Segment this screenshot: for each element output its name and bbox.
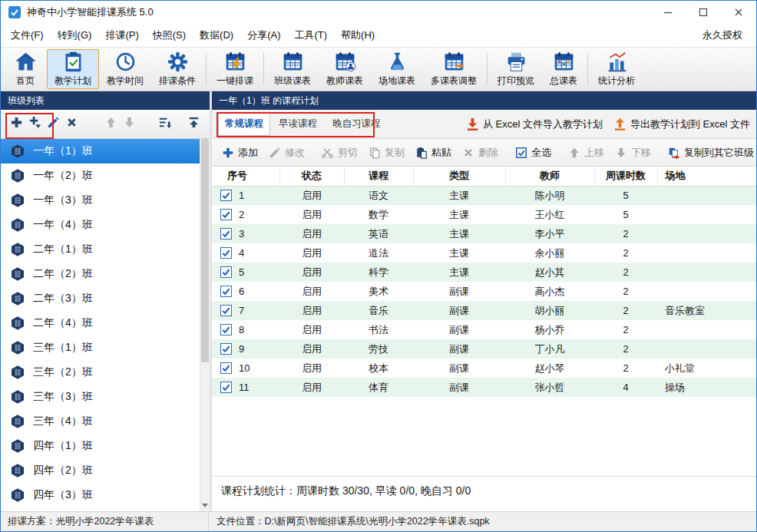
export-excel-button[interactable]: 导出教学计划到 Excel 文件 — [613, 117, 750, 131]
toolbar-teach-plan-button[interactable]: 教学计划 — [47, 49, 99, 89]
table-row[interactable]: 3启用英语主课李小平2 — [212, 224, 756, 243]
class-list-item[interactable]: 四年（2）班 — [1, 458, 200, 483]
tab-course-2[interactable]: 早读课程 — [272, 112, 324, 136]
menu-item-2[interactable]: 转到(G) — [51, 24, 99, 47]
row-checkbox[interactable] — [220, 209, 232, 220]
table-row[interactable]: 8启用书法副课杨小乔2 — [212, 320, 756, 339]
menu-item-3[interactable]: 排课(P) — [98, 24, 145, 47]
scrollbar-thumb[interactable] — [201, 139, 209, 362]
add-class-button[interactable] — [7, 114, 25, 135]
import-excel-button[interactable]: 从 Excel 文件导入教学计划 — [466, 117, 603, 131]
row-checkbox[interactable] — [220, 343, 232, 355]
cell-hours: 4 — [594, 378, 657, 397]
toolbar-teacher-table-button[interactable]: 教师课表 — [319, 49, 371, 89]
toolbar-multi-adjust-button[interactable]: 多课表调整 — [423, 49, 484, 89]
table-row[interactable]: 1启用语文主课陈小明5 — [212, 186, 756, 205]
row-checkbox[interactable] — [220, 324, 232, 335]
class-list-item[interactable]: 四年（1）班 — [1, 434, 200, 458]
table-row[interactable]: 7启用音乐副课胡小丽2音乐教室 — [212, 301, 756, 320]
menu-item-8[interactable]: 帮助(H) — [334, 24, 382, 47]
class-badge-icon — [10, 217, 25, 233]
maximize-button[interactable] — [686, 1, 721, 24]
copy-to-classes-button[interactable]: 复制到其它班级 — [663, 142, 757, 164]
class-list-item[interactable]: 一年（1）班 — [1, 139, 200, 164]
edit-class-button[interactable] — [45, 114, 63, 135]
select-all-button[interactable]: 全选 — [510, 142, 557, 164]
row-checkbox[interactable] — [220, 305, 232, 316]
toolbar-auto-schedule-button[interactable]: 一键排课 — [209, 49, 261, 89]
row-checkbox[interactable] — [220, 247, 232, 259]
add-class-batch-button[interactable] — [25, 114, 44, 135]
move-class-top-button[interactable] — [185, 114, 203, 135]
table-row[interactable]: 2启用数学主课王小红5 — [212, 205, 756, 224]
toolbar-stats-button[interactable]: 统计分析 — [590, 49, 643, 89]
scrollbar-down-arrow[interactable] — [200, 500, 210, 511]
class-list-item[interactable]: 三年（4）班 — [1, 409, 200, 434]
class-list-item[interactable]: 四年（3）班 — [1, 483, 200, 507]
pencil-icon — [269, 147, 281, 159]
row-checkbox[interactable] — [220, 382, 232, 393]
class-list-item[interactable]: 二年（4）班 — [1, 311, 200, 335]
pencil-icon — [47, 116, 60, 132]
menu-item-4[interactable]: 快照(S) — [146, 24, 193, 47]
sort-classes-button[interactable] — [156, 114, 174, 135]
row-checkbox[interactable] — [220, 286, 232, 297]
toolbar-conditions-button[interactable]: 排课条件 — [151, 49, 203, 89]
class-list-scrollbar[interactable] — [200, 139, 210, 511]
menu-item-6[interactable]: 分享(A) — [240, 24, 287, 47]
class-list-item[interactable]: 二年（1）班 — [1, 237, 200, 262]
toolbar-print-preview-button[interactable]: 打印预览 — [490, 49, 542, 89]
class-list-item[interactable]: 一年（2）班 — [1, 164, 200, 188]
tab-course-3[interactable]: 晚自习课程 — [326, 112, 388, 136]
tab-course-1[interactable]: 常规课程 — [218, 112, 270, 136]
cell-type: 副课 — [413, 301, 505, 320]
row-checkbox[interactable] — [220, 362, 232, 374]
class-list-item[interactable]: 三年（3）班 — [1, 385, 200, 409]
toolbar-total-table-button[interactable]: 总课表 — [542, 49, 585, 89]
column-header-1: 状态 — [279, 167, 344, 186]
toolbar-class-table-button[interactable]: 班级课表 — [266, 49, 319, 89]
class-list-item[interactable]: 二年（2）班 — [1, 262, 200, 286]
window-title: 神奇中小学智能排课系统 5.0 — [27, 5, 154, 19]
class-list-item[interactable]: 一年（3）班 — [1, 188, 200, 213]
minimize-button[interactable] — [650, 1, 686, 24]
paste-icon — [415, 147, 428, 159]
course-tab-row: 常规课程早读课程晚自习课程 从 Excel 文件导入教学计划 导出教学计划到 E… — [212, 110, 756, 139]
table-row[interactable]: 6启用美术副课高小杰2 — [212, 282, 756, 301]
teacher-table-icon — [334, 51, 356, 73]
toolbar-separator — [487, 53, 488, 85]
class-badge-icon — [10, 266, 25, 282]
table-row[interactable]: 10启用校本副课赵小琴2小礼堂 — [212, 359, 756, 378]
table-row[interactable]: 4启用道法主课余小丽2 — [212, 243, 756, 263]
class-list-item[interactable]: 三年（2）班 — [1, 360, 200, 385]
add-course-button[interactable]: 添加 — [217, 142, 263, 164]
toolbar-teach-time-button[interactable]: 教学时间 — [99, 49, 151, 89]
delete-class-button[interactable] — [63, 114, 81, 135]
paste-button[interactable]: 粘贴 — [410, 142, 457, 164]
class-list-item[interactable]: 二年（3）班 — [1, 286, 200, 311]
menu-item-1[interactable]: 文件(F) — [4, 24, 51, 47]
menu-item-5[interactable]: 数据(D) — [193, 24, 240, 47]
toolbar-home-button[interactable]: 首页 — [4, 49, 47, 89]
column-header-2: 课程 — [344, 167, 413, 186]
menu-item-7[interactable]: 工具(T) — [287, 24, 334, 47]
column-header-4: 教师 — [505, 167, 594, 186]
cell-status: 启用 — [279, 378, 344, 397]
table-row[interactable]: 11启用体育副课张小哲4操场 — [212, 378, 756, 397]
plus-icon — [222, 147, 234, 159]
table-row[interactable]: 5启用科学主课赵小其2 — [212, 263, 756, 282]
close-button[interactable] — [721, 1, 756, 24]
cell-type: 主课 — [413, 263, 505, 282]
cell-type: 副课 — [413, 359, 505, 378]
class-list-item[interactable]: 三年（1）班 — [1, 335, 200, 360]
toolbar-venue-table-button[interactable]: 场地课表 — [371, 49, 423, 89]
cell-number: 7 — [212, 301, 279, 320]
action-label: 上移 — [584, 146, 604, 160]
row-checkbox[interactable] — [220, 266, 232, 278]
class-list-item[interactable]: 一年（4）班 — [1, 213, 200, 237]
row-checkbox[interactable] — [220, 228, 232, 240]
move-up-button: 上移 — [563, 142, 610, 164]
table-row[interactable]: 9启用劳技副课丁小凡2 — [212, 339, 756, 359]
cell-course: 科学 — [344, 263, 413, 282]
row-checkbox[interactable] — [220, 190, 232, 201]
